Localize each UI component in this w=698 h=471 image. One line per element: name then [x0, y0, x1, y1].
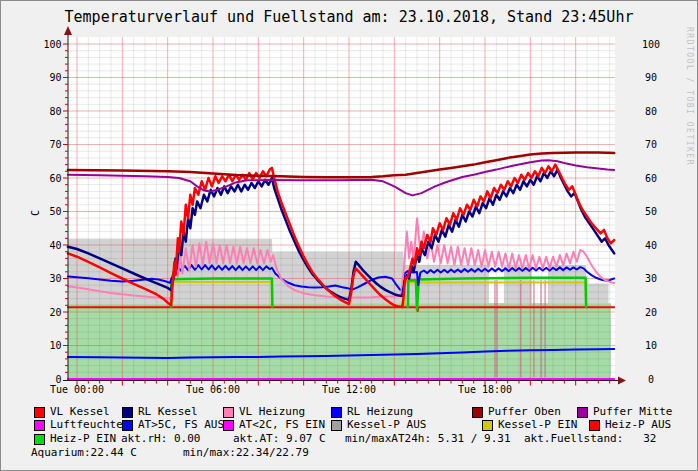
legend-item: Heiz-P AUS — [589, 419, 671, 431]
legend-label: VL Kessel — [50, 406, 110, 418]
legend-swatch-icon — [482, 420, 493, 431]
legend-item: Puffer Mitte — [577, 406, 672, 418]
rrd-graph-canvas: Temperaturverlauf und Fuellstand am: 23.… — [0, 0, 698, 471]
chart-plot-area: 0010102020303040405050606070708080909010… — [1, 1, 698, 471]
y-axis-tick-label-right: 0 — [648, 374, 654, 385]
legend-swatch-icon — [589, 420, 600, 431]
legend-item: Kessel-P AUS — [331, 419, 426, 431]
y-axis-tick-label-left: 100 — [43, 39, 61, 50]
x-axis-tick-label: Tue 00:00 — [50, 384, 104, 395]
legend-swatch-icon — [34, 407, 45, 418]
legend-stat: akt.Fuellstand: 32 — [524, 433, 656, 445]
legend-item: Luftfeuchte — [34, 419, 123, 431]
y-axis-tick-label-right: 80 — [645, 106, 657, 117]
x-axis-arrow-icon — [618, 377, 626, 385]
y-axis-tick-label-right: 20 — [645, 307, 657, 318]
legend-item: RL Kessel — [122, 406, 198, 418]
legend-label: Puffer Mitte — [593, 406, 672, 418]
legend-swatch-icon — [223, 407, 234, 418]
legend-item: AT>5C, FS AUS — [122, 419, 224, 431]
y-axis-tick-label-left: 80 — [49, 106, 61, 117]
legend-stat: akt.rH: 0.00 — [121, 433, 200, 445]
legend-label: AT>5C, FS AUS — [138, 419, 224, 431]
legend-label: Aquarium:22.44 C — [31, 447, 137, 459]
green-area-fuellstand — [68, 303, 611, 379]
y-axis-tick-label-right: 10 — [645, 340, 657, 351]
legend-label: Kessel-P EIN — [498, 419, 577, 431]
legend-swatch-icon — [577, 407, 588, 418]
y-axis-tick-label-left: 40 — [49, 240, 61, 251]
legend-label: min/max:22.34/22.79 — [183, 447, 309, 459]
legend-swatch-icon — [331, 407, 342, 418]
legend-item: Heiz-P EIN — [34, 433, 116, 445]
legend-swatch-icon — [122, 420, 133, 431]
legend-label: akt.AT: 9.07 C — [233, 433, 326, 445]
legend-swatch-icon — [34, 420, 45, 431]
y-axis-tick-label-left: 30 — [49, 273, 61, 284]
legend-item: Kessel-P EIN — [482, 419, 577, 431]
legend-label: Heiz-P AUS — [605, 419, 671, 431]
legend-label: RL Heizung — [347, 406, 413, 418]
y-axis-tick-label-left: 70 — [49, 139, 61, 150]
legend-item: VL Kessel — [34, 406, 110, 418]
y-axis-arrow-icon — [64, 26, 72, 35]
legend-swatch-icon — [331, 420, 342, 431]
y-axis-tick-label-right: 60 — [645, 173, 657, 184]
y-axis-tick-label-right: 50 — [645, 206, 657, 217]
legend-swatch-icon — [223, 420, 234, 431]
legend-swatch-icon — [472, 407, 483, 418]
legend-label: AT<2C, FS EIN — [239, 419, 325, 431]
legend-item: VL Heizung — [223, 406, 305, 418]
legend-label: Puffer Oben — [488, 406, 561, 418]
legend-label: akt.Fuellstand: 32 — [524, 433, 656, 445]
rrdtool-watermark: RRDTOOL / TOBI OETIKER — [685, 27, 694, 166]
legend-label: RL Kessel — [138, 406, 198, 418]
y-axis-unit-label: C — [30, 196, 44, 216]
x-axis-tick-label: Tue 06:00 — [186, 384, 240, 395]
legend-label: Luftfeuchte — [50, 419, 123, 431]
legend-label: Heiz-P EIN — [50, 433, 116, 445]
y-axis-tick-label-right: 90 — [645, 72, 657, 83]
legend-item: AT<2C, FS EIN — [223, 419, 325, 431]
legend-stat: min/max:22.34/22.79 — [183, 447, 309, 459]
x-axis-tick-label: Tue 18:00 — [458, 384, 512, 395]
legend-label: akt.rH: 0.00 — [121, 433, 200, 445]
legend-stat: Aquarium:22.44 C — [31, 447, 137, 459]
y-axis-tick-label-left: 90 — [49, 72, 61, 83]
legend-stat: akt.AT: 9.07 C — [233, 433, 326, 445]
y-axis-tick-label-left: 20 — [49, 307, 61, 318]
y-axis-tick-label-left: 60 — [49, 173, 61, 184]
y-axis-tick-label-left: 50 — [49, 206, 61, 217]
y-axis-tick-label-right: 100 — [642, 39, 660, 50]
y-axis-tick-label-right: 40 — [645, 240, 657, 251]
y-axis-tick-label-left: 10 — [49, 340, 61, 351]
legend-label: Kessel-P AUS — [347, 419, 426, 431]
legend-label: VL Heizung — [239, 406, 305, 418]
legend-swatch-icon — [34, 434, 45, 445]
legend-label: min/maxAT24h: 5.31 / 9.31 — [345, 433, 511, 445]
y-axis-tick-label-right: 70 — [645, 139, 657, 150]
x-axis-tick-label: Tue 12:00 — [322, 384, 376, 395]
legend-stat: min/maxAT24h: 5.31 / 9.31 — [345, 433, 511, 445]
legend-item: Puffer Oben — [472, 406, 561, 418]
legend-item: RL Heizung — [331, 406, 413, 418]
y-axis-tick-label-right: 30 — [645, 273, 657, 284]
legend-swatch-icon — [122, 407, 133, 418]
